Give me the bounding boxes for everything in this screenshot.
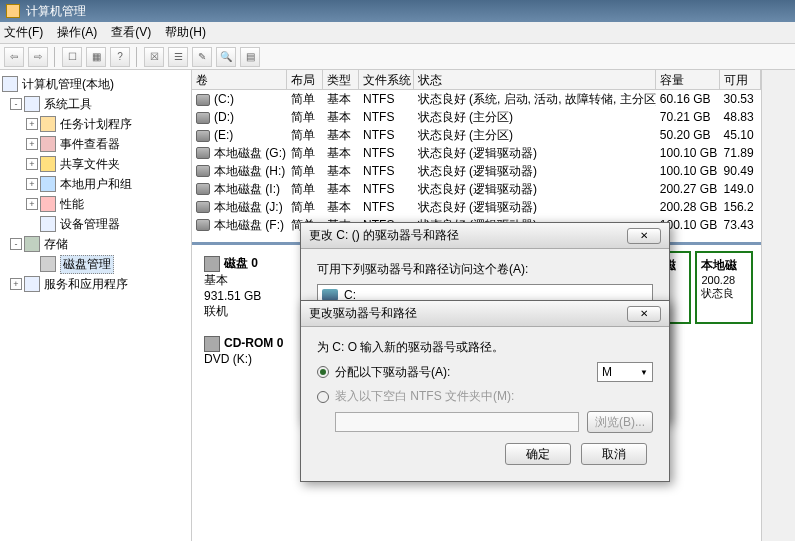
col-capacity[interactable]: 容量: [656, 70, 720, 89]
tool-button[interactable]: ☰: [168, 47, 188, 67]
cdrom-title: CD-ROM 0: [224, 336, 283, 350]
tree-dev[interactable]: 设备管理器: [0, 214, 191, 234]
mount-path-input: [335, 412, 579, 432]
tree-root[interactable]: 计算机管理(本地): [0, 74, 191, 94]
menu-view[interactable]: 查看(V): [111, 24, 151, 41]
window-title: 计算机管理: [26, 3, 86, 20]
services-icon: [24, 276, 40, 292]
dialog-text: 可用下列驱动器号和路径访问这个卷(A):: [317, 261, 653, 278]
tree-systools[interactable]: -系统工具: [0, 94, 191, 114]
right-column: [761, 70, 795, 541]
computer-icon: [2, 76, 18, 92]
collapse-icon[interactable]: -: [10, 238, 22, 250]
tree-users[interactable]: +本地用户和组: [0, 174, 191, 194]
volume-row[interactable]: 本地磁盘 (H:)简单基本NTFS状态良好 (逻辑驱动器)100.10 GB90…: [192, 162, 761, 180]
tree-share[interactable]: +共享文件夹: [0, 154, 191, 174]
close-button[interactable]: ✕: [627, 228, 661, 244]
expand-icon[interactable]: +: [26, 158, 38, 170]
browse-button: 浏览(B)...: [587, 411, 653, 433]
tree-storage[interactable]: -存储: [0, 234, 191, 254]
back-button[interactable]: ⇦: [4, 47, 24, 67]
close-button[interactable]: ✕: [627, 306, 661, 322]
volume-icon: [196, 183, 210, 195]
cdrom-sub: DVD (K:): [204, 352, 252, 366]
col-type[interactable]: 类型: [323, 70, 359, 89]
expand-icon[interactable]: +: [26, 198, 38, 210]
folder-icon: [40, 156, 56, 172]
disk-title: 磁盘 0: [224, 256, 258, 270]
col-layout[interactable]: 布局: [287, 70, 323, 89]
volume-list: (C:)简单基本NTFS状态良好 (系统, 启动, 活动, 故障转储, 主分区)…: [192, 90, 761, 234]
tools-icon: [24, 96, 40, 112]
refresh-button[interactable]: ☐: [62, 47, 82, 67]
expand-icon[interactable]: +: [10, 278, 22, 290]
disk-type: 基本: [204, 273, 228, 287]
tool-button[interactable]: 🔍: [216, 47, 236, 67]
cdrom-icon: [204, 336, 220, 352]
volume-row[interactable]: 本地磁盘 (I:)简单基本NTFS状态良好 (逻辑驱动器)200.27 GB14…: [192, 180, 761, 198]
col-status[interactable]: 状态: [414, 70, 656, 89]
volume-row[interactable]: (E:)简单基本NTFS状态良好 (主分区)50.20 GB45.10: [192, 126, 761, 144]
volume-icon: [196, 147, 210, 159]
props-button[interactable]: ▦: [86, 47, 106, 67]
volume-row[interactable]: (D:)简单基本NTFS状态良好 (主分区)70.21 GB48.83: [192, 108, 761, 126]
volume-row[interactable]: 本地磁盘 (G:)简单基本NTFS状态良好 (逻辑驱动器)100.10 GB71…: [192, 144, 761, 162]
tree-svc[interactable]: +服务和应用程序: [0, 274, 191, 294]
tree-perf[interactable]: +性能: [0, 194, 191, 214]
menu-help[interactable]: 帮助(H): [165, 24, 206, 41]
combo-value: M: [602, 365, 612, 379]
device-icon: [40, 216, 56, 232]
tree-event[interactable]: +事件查看器: [0, 134, 191, 154]
radio-icon: [317, 366, 329, 378]
radio-label: 分配以下驱动器号(A):: [335, 364, 450, 381]
change-letter-path-dialog: 更改驱动器号和路径 ✕ 为 C: O 输入新的驱动器号或路径。 分配以下驱动器号…: [300, 300, 670, 482]
disk-icon: [204, 256, 220, 272]
chevron-down-icon: ▼: [640, 368, 648, 377]
storage-icon: [24, 236, 40, 252]
help-icon[interactable]: ?: [110, 47, 130, 67]
menu-action[interactable]: 操作(A): [57, 24, 97, 41]
clock-icon: [40, 116, 56, 132]
tool-button[interactable]: ✎: [192, 47, 212, 67]
toolbar-sep: [136, 47, 138, 67]
expand-icon[interactable]: +: [26, 178, 38, 190]
volume-icon: [196, 165, 210, 177]
expand-icon[interactable]: +: [26, 118, 38, 130]
volume-row[interactable]: 本地磁盘 (J:)简单基本NTFS状态良好 (逻辑驱动器)200.28 GB15…: [192, 198, 761, 216]
dialog-title: 更改 C: () 的驱动器号和路径: [309, 227, 459, 244]
disk-state: 联机: [204, 304, 228, 318]
col-free[interactable]: 可用: [720, 70, 762, 89]
volume-header: 卷 布局 类型 文件系统 状态 容量 可用: [192, 70, 761, 90]
tool-button[interactable]: ▤: [240, 47, 260, 67]
users-icon: [40, 176, 56, 192]
nav-tree: 计算机管理(本地) -系统工具 +任务计划程序 +事件查看器 +共享文件夹 +本…: [0, 70, 192, 541]
volume-icon: [196, 130, 210, 142]
disk-size: 931.51 GB: [204, 289, 261, 303]
disk-icon: [40, 256, 56, 272]
tool-button[interactable]: ☒: [144, 47, 164, 67]
menu-bar: 文件(F) 操作(A) 查看(V) 帮助(H): [0, 22, 795, 44]
partition[interactable]: 本地磁200.28状态良: [695, 251, 753, 324]
collapse-icon[interactable]: -: [10, 98, 22, 110]
forward-button[interactable]: ⇨: [28, 47, 48, 67]
volume-row[interactable]: (C:)简单基本NTFS状态良好 (系统, 启动, 活动, 故障转储, 主分区)…: [192, 90, 761, 108]
eventlog-icon: [40, 136, 56, 152]
radio-label: 装入以下空白 NTFS 文件夹中(M):: [335, 388, 514, 405]
expand-icon[interactable]: +: [26, 138, 38, 150]
col-fs[interactable]: 文件系统: [359, 70, 414, 89]
cancel-button[interactable]: 取消: [581, 443, 647, 465]
menu-file[interactable]: 文件(F): [4, 24, 43, 41]
drive-letter-combo[interactable]: M ▼: [597, 362, 653, 382]
tree-diskmgmt[interactable]: 磁盘管理: [0, 254, 191, 274]
radio-assign-letter[interactable]: 分配以下驱动器号(A): M ▼: [317, 362, 653, 382]
ok-button[interactable]: 确定: [505, 443, 571, 465]
col-volume[interactable]: 卷: [192, 70, 287, 89]
radio-icon: [317, 391, 329, 403]
volume-icon: [196, 201, 210, 213]
dialog-titlebar[interactable]: 更改 C: () 的驱动器号和路径 ✕: [301, 223, 669, 249]
app-icon: [6, 4, 20, 18]
dialog-titlebar[interactable]: 更改驱动器号和路径 ✕: [301, 301, 669, 327]
volume-icon: [196, 219, 210, 231]
tree-task[interactable]: +任务计划程序: [0, 114, 191, 134]
radio-mount-folder[interactable]: 装入以下空白 NTFS 文件夹中(M):: [317, 388, 653, 405]
